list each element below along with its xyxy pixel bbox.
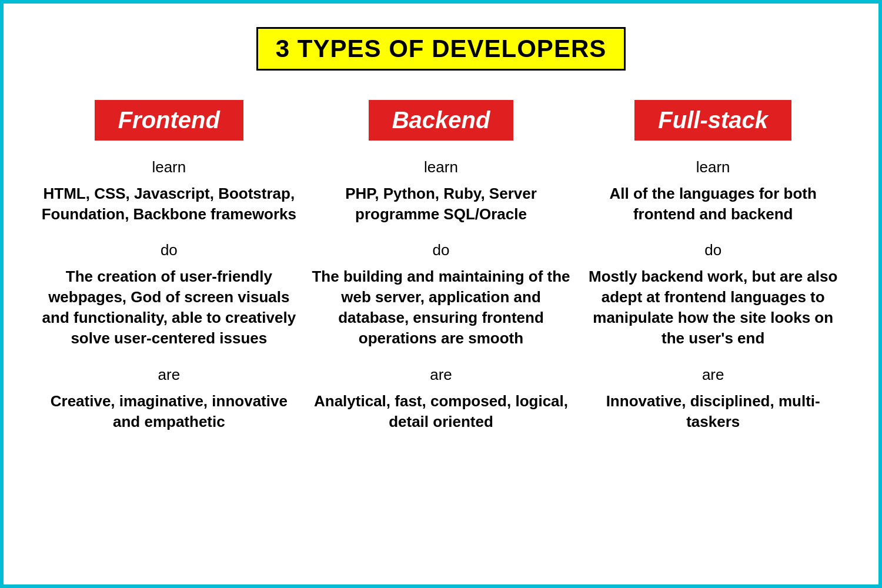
fullstack-learn-label: learn	[696, 158, 730, 176]
frontend-are-label: are	[158, 366, 181, 384]
fullstack-are-label: are	[702, 366, 724, 384]
backend-are-label: are	[430, 366, 452, 384]
backend-header-text: Backend	[392, 107, 490, 133]
backend-column: Backend learn PHP, Python, Ruby, Server …	[311, 100, 572, 449]
backend-header: Backend	[369, 100, 514, 141]
fullstack-column: Full-stack learn All of the languages fo…	[583, 100, 843, 449]
frontend-do-label: do	[161, 241, 178, 259]
fullstack-header: Full-stack	[634, 100, 791, 141]
frontend-header-text: Frontend	[118, 107, 220, 133]
page-title-wrapper: 3 TYPES OF DEVELOPERS	[256, 27, 626, 71]
fullstack-do-content: Mostly backend work, but are also adept …	[583, 266, 843, 349]
fullstack-header-text: Full-stack	[658, 107, 768, 133]
frontend-learn-label: learn	[152, 158, 186, 176]
backend-do-content: The building and maintaining of the web …	[311, 266, 572, 349]
frontend-are-content: Creative, imaginative, innovative and em…	[39, 391, 299, 432]
page-title: 3 TYPES OF DEVELOPERS	[276, 35, 606, 63]
backend-are-content: Analytical, fast, composed, logical, det…	[311, 391, 572, 432]
frontend-column: Frontend learn HTML, CSS, Javascript, Bo…	[39, 100, 299, 449]
fullstack-do-label: do	[704, 241, 721, 259]
backend-learn-label: learn	[424, 158, 458, 176]
frontend-header: Frontend	[95, 100, 243, 141]
backend-do-label: do	[433, 241, 450, 259]
fullstack-learn-content: All of the languages for both frontend a…	[583, 183, 843, 225]
backend-learn-content: PHP, Python, Ruby, Server programme SQL/…	[311, 183, 572, 225]
fullstack-are-content: Innovative, disciplined, multi-taskers	[583, 391, 843, 432]
columns-container: Frontend learn HTML, CSS, Javascript, Bo…	[39, 100, 843, 449]
frontend-learn-content: HTML, CSS, Javascript, Bootstrap, Founda…	[39, 183, 299, 225]
frontend-do-content: The creation of user-friendly webpages, …	[39, 266, 299, 349]
